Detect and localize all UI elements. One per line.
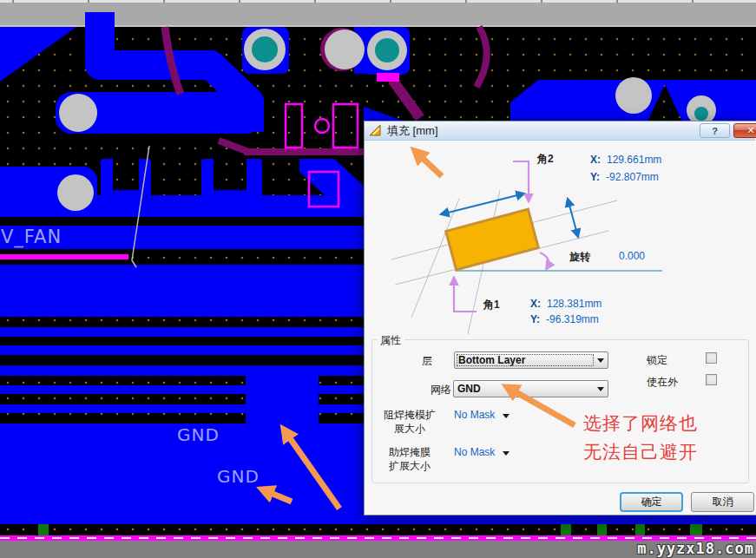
net-label-vfan: V_FAN bbox=[1, 226, 62, 247]
help-button[interactable]: ? bbox=[700, 123, 730, 138]
ok-button[interactable]: 确定 bbox=[620, 492, 683, 512]
close-button[interactable]: ✕ bbox=[733, 123, 756, 138]
corner2-x-value: 129.661mm bbox=[607, 154, 661, 166]
corner1-x-value: 128.381mm bbox=[547, 298, 602, 310]
layer-select[interactable]: Bottom Layer bbox=[454, 351, 608, 369]
rotation-value: 0.000 bbox=[619, 250, 645, 262]
net-selected-value: GND bbox=[457, 383, 594, 395]
net-select[interactable]: GND bbox=[453, 380, 608, 397]
solder-mask-value: No Mask bbox=[454, 409, 495, 421]
dialog-titlebar[interactable]: 填充 [mm] ? ✕ bbox=[365, 121, 755, 141]
red-note-line2: 无法自己避开 bbox=[583, 437, 698, 466]
dropdown-arrow-icon bbox=[503, 414, 509, 418]
properties-legend: 属性 bbox=[377, 333, 404, 348]
keepout-checkbox[interactable] bbox=[706, 374, 717, 385]
net-label-gnd-bottom: GND bbox=[217, 466, 260, 487]
layer-selected-value: Bottom Layer bbox=[458, 354, 594, 366]
solder-mask-label: 阻焊掩模扩 展大小 bbox=[375, 408, 444, 436]
dropdown-arrow-icon bbox=[597, 387, 604, 391]
red-note: 选择了网络也 无法自己避开 bbox=[583, 409, 698, 466]
corner2-y-key: Y: bbox=[590, 171, 600, 183]
dialog-title: 填充 [mm] bbox=[387, 123, 438, 139]
corner1-x-key: X: bbox=[530, 298, 541, 310]
watermark: m.yyzx18.com bbox=[637, 540, 754, 557]
corner2-y-row: Y: -92.807mm bbox=[590, 171, 659, 183]
dropdown-arrow-icon bbox=[597, 358, 604, 363]
locked-checkbox[interactable] bbox=[706, 352, 717, 364]
dropdown-arrow-icon bbox=[503, 451, 509, 456]
solder-mask-select[interactable]: No Mask bbox=[454, 409, 509, 421]
corner1-label: 角1 bbox=[483, 298, 500, 312]
rotation-label: 旋转 bbox=[569, 250, 590, 265]
net-label: 网络 bbox=[399, 383, 451, 397]
paste-mask-value: No Mask bbox=[454, 446, 495, 458]
corner2-y-value: -92.807mm bbox=[606, 171, 659, 183]
cancel-button[interactable]: 取消 bbox=[691, 492, 754, 512]
corner2-x-key: X: bbox=[590, 154, 601, 166]
fill-shape bbox=[446, 209, 539, 270]
keepout-label: 使在外 bbox=[647, 375, 678, 390]
ruler-strip bbox=[0, 0, 756, 3]
paste-mask-select[interactable]: No Mask bbox=[454, 446, 509, 458]
pcb-editor-screen: V_FAN GND GND 填充 [mm] ? ✕ bbox=[0, 0, 756, 558]
corner2-label: 角2 bbox=[537, 152, 554, 167]
net-label-gnd-top: GND bbox=[177, 424, 220, 445]
paste-mask-label: 助焊掩膜 扩展大小 bbox=[375, 445, 444, 473]
corner1-y-row: Y: -96.319mm bbox=[530, 313, 599, 325]
locked-label: 锁定 bbox=[647, 353, 667, 368]
corner1-y-value: -96.319mm bbox=[546, 313, 599, 325]
fill-tool-icon bbox=[369, 124, 382, 137]
corner2-x-row: X: 129.661mm bbox=[590, 154, 661, 166]
red-note-line1: 选择了网络也 bbox=[583, 409, 698, 437]
corner1-y-key: Y: bbox=[530, 313, 540, 325]
layer-label: 层 bbox=[399, 354, 432, 369]
corner1-x-row: X: 128.381mm bbox=[530, 298, 602, 310]
